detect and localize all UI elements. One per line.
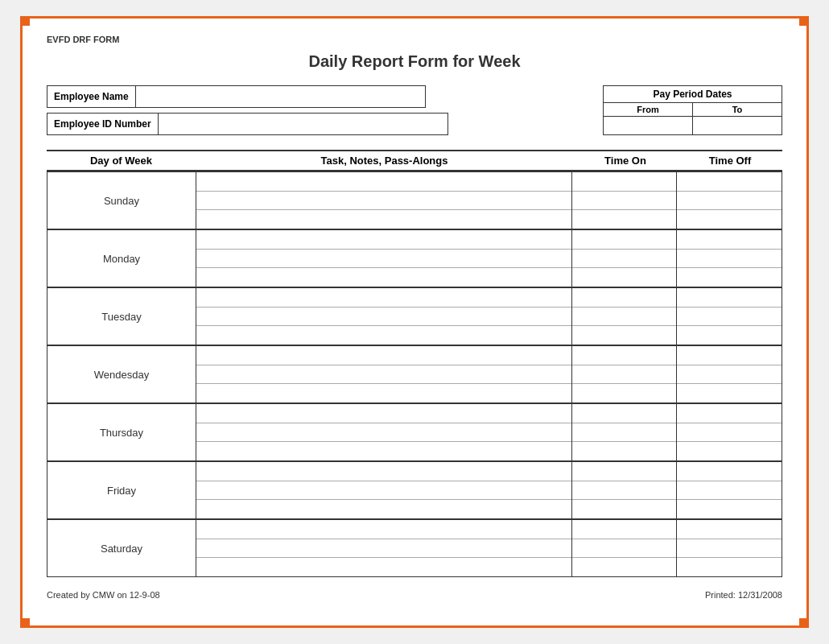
timeoff-cell-thursday[interactable] (677, 404, 782, 460)
timeoff-cell-tuesday[interactable] (677, 288, 782, 345)
day-tuesday: Tuesday (47, 288, 196, 345)
day-saturday: Saturday (47, 520, 196, 576)
timeon-cell-saturday[interactable] (572, 520, 677, 576)
from-label: From (604, 103, 692, 117)
left-fields: Employee Name Employee ID Number (47, 85, 448, 135)
col-header-task: Task, Notes, Pass-Alongs (196, 155, 573, 167)
employee-id-group: Employee ID Number (47, 113, 448, 135)
pay-period-title: Pay Period Dates (604, 86, 782, 103)
timeon-cell-sunday[interactable] (572, 172, 677, 229)
day-thursday: Thursday (47, 404, 196, 460)
table-row: Friday (47, 462, 782, 520)
to-label: To (693, 103, 782, 117)
table-row: Tuesday (47, 288, 782, 346)
form-title: Daily Report Form for Week (47, 52, 782, 71)
timeon-cell-friday[interactable] (572, 462, 677, 518)
day-monday: Monday (47, 230, 196, 287)
task-cell-thursday[interactable] (196, 404, 572, 460)
timeoff-cell-monday[interactable] (677, 230, 782, 287)
pay-period-from: From (604, 103, 692, 134)
timeon-cell-tuesday[interactable] (572, 288, 677, 345)
day-rows-container: Sunday Monday (47, 171, 782, 577)
task-cell-monday[interactable] (196, 230, 572, 287)
timeoff-cell-sunday[interactable] (677, 172, 782, 229)
timeon-cell-wednesday[interactable] (572, 346, 677, 402)
footer-right: Printed: 12/31/2008 (705, 590, 782, 600)
task-cell-tuesday[interactable] (196, 288, 572, 345)
footer-left: Created by CMW on 12-9-08 (47, 590, 160, 600)
day-friday: Friday (47, 462, 196, 518)
col-header-timeon: Time On (573, 155, 678, 167)
page: EVFD DRF FORM Daily Report Form for Week… (20, 16, 809, 628)
table-row: Saturday (47, 520, 782, 576)
from-input[interactable] (604, 117, 692, 134)
employee-name-label: Employee Name (47, 85, 136, 108)
timeon-cell-thursday[interactable] (572, 404, 677, 460)
task-cell-saturday[interactable] (196, 520, 572, 576)
timeoff-cell-saturday[interactable] (677, 520, 782, 576)
table-row: Thursday (47, 404, 782, 462)
col-header-timeoff: Time Off (678, 155, 782, 167)
employee-id-input[interactable] (159, 113, 448, 135)
timeoff-cell-wednesday[interactable] (677, 346, 782, 402)
table-row: Wendesday (47, 346, 782, 404)
to-input[interactable] (693, 117, 782, 134)
timeon-cell-monday[interactable] (572, 230, 677, 287)
top-info-row: Employee Name Employee ID Number Pay Per… (47, 85, 782, 135)
col-header-day: Day of Week (47, 155, 196, 167)
pay-period-fields: From To (604, 103, 782, 134)
task-cell-sunday[interactable] (196, 172, 572, 229)
task-cell-wednesday[interactable] (196, 346, 572, 402)
form-header-label: EVFD DRF FORM (47, 35, 782, 44)
pay-period-to: To (692, 103, 782, 134)
task-cell-friday[interactable] (196, 462, 572, 518)
day-wednesday: Wendesday (47, 346, 196, 402)
employee-name-input[interactable] (136, 85, 426, 108)
footer: Created by CMW on 12-9-08 Printed: 12/31… (47, 590, 782, 600)
employee-id-label: Employee ID Number (47, 113, 159, 135)
column-headers: Day of Week Task, Notes, Pass-Alongs Tim… (47, 150, 782, 171)
day-sunday: Sunday (47, 172, 196, 229)
pay-period-section: Pay Period Dates From To (603, 85, 782, 135)
employee-name-group: Employee Name (47, 85, 448, 108)
table-row: Sunday (47, 172, 782, 230)
timeoff-cell-friday[interactable] (677, 462, 782, 518)
table-row: Monday (47, 230, 782, 288)
